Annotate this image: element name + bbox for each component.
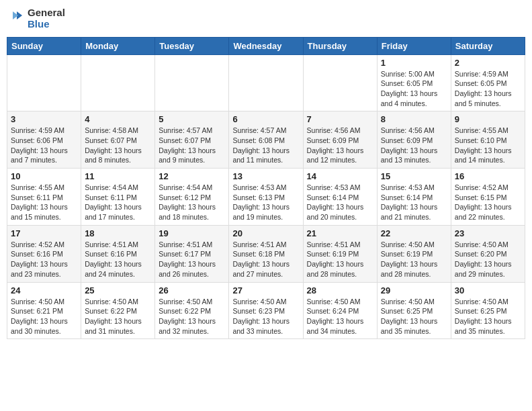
day-info: Sunrise: 4:50 AM Sunset: 6:25 PM Dayligh… [381,297,447,336]
day-number: 8 [381,114,447,124]
day-info: Sunrise: 4:54 AM Sunset: 6:11 PM Dayligh… [85,183,151,222]
calendar-cell: 29Sunrise: 4:50 AM Sunset: 6:25 PM Dayli… [377,282,451,339]
logo-text: General Blue [28,7,65,30]
weekday-header-wednesday: Wednesday [229,37,303,54]
weekday-header-friday: Friday [377,37,451,54]
weekday-header-monday: Monday [81,37,155,54]
day-number: 22 [381,228,447,238]
calendar-week-row: 17Sunrise: 4:52 AM Sunset: 6:16 PM Dayli… [7,225,525,282]
day-info: Sunrise: 5:00 AM Sunset: 6:05 PM Dayligh… [381,69,447,109]
day-info: Sunrise: 4:51 AM Sunset: 6:18 PM Dayligh… [232,240,299,279]
calendar-cell: 24Sunrise: 4:50 AM Sunset: 6:21 PM Dayli… [7,282,81,339]
page-header: General Blue [7,7,525,30]
day-info: Sunrise: 4:51 AM Sunset: 6:16 PM Dayligh… [85,240,151,279]
day-info: Sunrise: 4:53 AM Sunset: 6:13 PM Dayligh… [232,183,299,222]
day-info: Sunrise: 4:50 AM Sunset: 6:22 PM Dayligh… [85,297,151,336]
day-number: 15 [381,171,447,181]
day-info: Sunrise: 4:57 AM Sunset: 6:08 PM Dayligh… [232,126,299,165]
day-info: Sunrise: 4:58 AM Sunset: 6:07 PM Dayligh… [85,126,151,165]
day-info: Sunrise: 4:56 AM Sunset: 6:09 PM Dayligh… [381,126,447,165]
calendar-cell: 21Sunrise: 4:51 AM Sunset: 6:19 PM Dayli… [303,225,377,282]
day-info: Sunrise: 4:59 AM Sunset: 6:06 PM Dayligh… [11,126,77,165]
calendar-cell: 16Sunrise: 4:52 AM Sunset: 6:15 PM Dayli… [451,169,525,226]
day-number: 24 [11,285,77,295]
calendar-cell: 22Sunrise: 4:50 AM Sunset: 6:19 PM Dayli… [377,225,451,282]
day-number: 27 [232,285,299,295]
day-number: 26 [159,285,225,295]
calendar-week-row: 1Sunrise: 5:00 AM Sunset: 6:05 PM Daylig… [7,54,525,111]
day-number: 16 [455,171,521,181]
calendar-cell: 18Sunrise: 4:51 AM Sunset: 6:16 PM Dayli… [81,225,155,282]
day-number: 19 [159,228,225,238]
calendar-cell: 25Sunrise: 4:50 AM Sunset: 6:22 PM Dayli… [81,282,155,339]
day-info: Sunrise: 4:52 AM Sunset: 6:16 PM Dayligh… [11,240,77,279]
day-number: 18 [85,228,151,238]
day-number: 3 [11,114,77,124]
calendar-cell: 3Sunrise: 4:59 AM Sunset: 6:06 PM Daylig… [7,111,81,169]
calendar-cell: 17Sunrise: 4:52 AM Sunset: 6:16 PM Dayli… [7,225,81,282]
calendar-table: SundayMondayTuesdayWednesdayThursdayFrid… [7,37,525,340]
day-info: Sunrise: 4:57 AM Sunset: 6:07 PM Dayligh… [159,126,225,165]
calendar-cell: 14Sunrise: 4:53 AM Sunset: 6:14 PM Dayli… [303,169,377,226]
calendar-cell [7,54,81,111]
day-number: 9 [455,114,521,124]
day-number: 14 [307,171,373,181]
day-info: Sunrise: 4:50 AM Sunset: 6:21 PM Dayligh… [11,297,77,336]
day-number: 29 [381,285,447,295]
day-info: Sunrise: 4:50 AM Sunset: 6:23 PM Dayligh… [232,297,299,336]
day-info: Sunrise: 4:50 AM Sunset: 6:19 PM Dayligh… [381,240,447,279]
calendar-cell: 12Sunrise: 4:54 AM Sunset: 6:12 PM Dayli… [155,169,229,226]
calendar-cell: 1Sunrise: 5:00 AM Sunset: 6:05 PM Daylig… [377,54,451,111]
calendar-cell: 11Sunrise: 4:54 AM Sunset: 6:11 PM Dayli… [81,169,155,226]
day-number: 6 [232,114,299,124]
calendar-cell: 5Sunrise: 4:57 AM Sunset: 6:07 PM Daylig… [155,111,229,169]
weekday-header-thursday: Thursday [303,37,377,54]
calendar-cell: 2Sunrise: 4:59 AM Sunset: 6:05 PM Daylig… [451,54,525,111]
calendar-cell: 8Sunrise: 4:56 AM Sunset: 6:09 PM Daylig… [377,111,451,169]
calendar-week-row: 24Sunrise: 4:50 AM Sunset: 6:21 PM Dayli… [7,282,525,339]
calendar-cell [229,54,303,111]
calendar-cell: 23Sunrise: 4:50 AM Sunset: 6:20 PM Dayli… [451,225,525,282]
day-info: Sunrise: 4:54 AM Sunset: 6:12 PM Dayligh… [159,183,225,222]
day-info: Sunrise: 4:51 AM Sunset: 6:19 PM Dayligh… [307,240,373,279]
day-number: 2 [455,58,521,68]
logo-general: General [28,7,65,18]
weekday-header-tuesday: Tuesday [155,37,229,54]
logo-bird-icon [10,8,25,23]
calendar-cell: 13Sunrise: 4:53 AM Sunset: 6:13 PM Dayli… [229,169,303,226]
day-number: 12 [159,171,225,181]
day-info: Sunrise: 4:50 AM Sunset: 6:22 PM Dayligh… [159,297,225,336]
calendar-cell [155,54,229,111]
day-number: 28 [307,285,373,295]
calendar-week-row: 3Sunrise: 4:59 AM Sunset: 6:06 PM Daylig… [7,111,525,169]
day-info: Sunrise: 4:53 AM Sunset: 6:14 PM Dayligh… [381,183,447,222]
day-number: 1 [381,58,447,68]
calendar-week-row: 10Sunrise: 4:55 AM Sunset: 6:11 PM Dayli… [7,169,525,226]
calendar-cell: 19Sunrise: 4:51 AM Sunset: 6:17 PM Dayli… [155,225,229,282]
day-number: 20 [232,228,299,238]
calendar-cell: 28Sunrise: 4:50 AM Sunset: 6:24 PM Dayli… [303,282,377,339]
calendar-cell: 6Sunrise: 4:57 AM Sunset: 6:08 PM Daylig… [229,111,303,169]
day-info: Sunrise: 4:50 AM Sunset: 6:20 PM Dayligh… [455,240,521,279]
day-number: 5 [159,114,225,124]
weekday-header-sunday: Sunday [7,37,81,54]
day-info: Sunrise: 4:59 AM Sunset: 6:05 PM Dayligh… [455,69,521,109]
day-number: 10 [11,171,77,181]
calendar-cell: 15Sunrise: 4:53 AM Sunset: 6:14 PM Dayli… [377,169,451,226]
calendar-cell: 20Sunrise: 4:51 AM Sunset: 6:18 PM Dayli… [229,225,303,282]
calendar-cell: 4Sunrise: 4:58 AM Sunset: 6:07 PM Daylig… [81,111,155,169]
calendar-cell: 26Sunrise: 4:50 AM Sunset: 6:22 PM Dayli… [155,282,229,339]
logo-blue: Blue [28,18,65,30]
calendar-cell: 30Sunrise: 4:50 AM Sunset: 6:25 PM Dayli… [451,282,525,339]
day-info: Sunrise: 4:56 AM Sunset: 6:09 PM Dayligh… [307,126,373,165]
calendar-cell: 27Sunrise: 4:50 AM Sunset: 6:23 PM Dayli… [229,282,303,339]
calendar-cell: 9Sunrise: 4:55 AM Sunset: 6:10 PM Daylig… [451,111,525,169]
day-info: Sunrise: 4:50 AM Sunset: 6:24 PM Dayligh… [307,297,373,336]
day-info: Sunrise: 4:53 AM Sunset: 6:14 PM Dayligh… [307,183,373,222]
day-number: 4 [85,114,151,124]
calendar-cell [81,54,155,111]
day-number: 30 [455,285,521,295]
day-number: 11 [85,171,151,181]
day-number: 23 [455,228,521,238]
day-number: 25 [85,285,151,295]
